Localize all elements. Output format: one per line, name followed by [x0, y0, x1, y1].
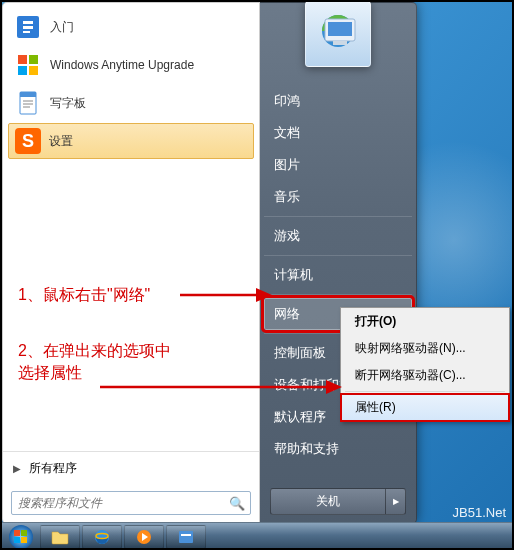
getting-started-icon: [14, 13, 42, 41]
svg-marker-14: [326, 380, 342, 394]
sogou-settings-icon: S: [15, 128, 41, 154]
program-label: 设置: [49, 133, 73, 150]
svg-rect-3: [18, 66, 27, 75]
divider: [264, 216, 412, 217]
svg-rect-1: [18, 55, 27, 64]
triangle-right-icon: ▶: [13, 463, 21, 474]
all-programs-button[interactable]: ▶ 所有程序: [3, 451, 259, 485]
ctx-map-drive[interactable]: 映射网络驱动器(N)...: [341, 335, 509, 362]
help-item[interactable]: 帮助和支持: [264, 433, 412, 465]
taskbar-media-player[interactable]: [124, 525, 164, 549]
ctx-open[interactable]: 打开(O): [341, 308, 509, 335]
taskbar-ie[interactable]: [82, 525, 122, 549]
wordpad-icon: [14, 89, 42, 117]
watermark: JB51.Net: [453, 505, 506, 520]
start-menu-right-panel: 印鸿 文档 图片 音乐 游戏 计算机 网络 控制面板 设备和打印机 默认程序 帮…: [260, 2, 417, 524]
taskbar: [0, 522, 514, 550]
windows-upgrade-icon: [14, 51, 42, 79]
svg-rect-6: [20, 92, 36, 97]
program-wordpad[interactable]: 写字板: [8, 85, 254, 121]
program-label: Windows Anytime Upgrade: [50, 58, 194, 72]
start-button[interactable]: [4, 524, 38, 550]
divider: [345, 391, 505, 392]
computer-item[interactable]: 计算机: [264, 259, 412, 291]
svg-rect-17: [21, 530, 27, 536]
start-menu: 入门 Windows Anytime Upgrade 写字板 S 设置 ▶ 所: [2, 2, 417, 524]
divider: [264, 294, 412, 295]
program-sogou-settings[interactable]: S 设置: [8, 123, 254, 159]
svg-rect-19: [21, 537, 27, 543]
annotation-arrow-1: [178, 284, 273, 306]
annotation-step1: 1、鼠标右击"网络": [18, 284, 150, 306]
start-menu-left-panel: 入门 Windows Anytime Upgrade 写字板 S 设置 ▶ 所: [2, 2, 260, 524]
svg-rect-4: [29, 66, 38, 75]
program-label: 入门: [50, 19, 74, 36]
program-getting-started[interactable]: 入门: [8, 9, 254, 45]
shutdown-area: 关机 ▶: [270, 488, 406, 515]
ctx-disconnect-drive[interactable]: 断开网络驱动器(C)...: [341, 362, 509, 389]
search-box: 🔍: [11, 491, 251, 515]
network-context-menu: 打开(O) 映射网络驱动器(N)... 断开网络驱动器(C)... 属性(R): [340, 307, 510, 422]
taskbar-app[interactable]: [166, 525, 206, 549]
user-name-item[interactable]: 印鸿: [264, 85, 412, 117]
svg-rect-9: [328, 22, 352, 36]
divider: [264, 255, 412, 256]
search-input[interactable]: [11, 491, 251, 515]
shutdown-button[interactable]: 关机: [270, 488, 386, 515]
user-picture[interactable]: [305, 1, 371, 67]
shutdown-menu-arrow[interactable]: ▶: [386, 488, 406, 515]
ctx-properties[interactable]: 属性(R): [341, 394, 509, 421]
svg-rect-18: [14, 537, 20, 543]
svg-rect-24: [179, 531, 193, 543]
pictures-item[interactable]: 图片: [264, 149, 412, 181]
program-label: 写字板: [50, 95, 86, 112]
games-item[interactable]: 游戏: [264, 220, 412, 252]
documents-item[interactable]: 文档: [264, 117, 412, 149]
music-item[interactable]: 音乐: [264, 181, 412, 213]
svg-rect-25: [181, 534, 191, 536]
svg-rect-16: [14, 530, 20, 536]
svg-marker-12: [256, 288, 272, 302]
annotation-step2: 2、在弹出来的选项中 选择属性: [18, 340, 171, 385]
all-programs-label: 所有程序: [29, 460, 77, 477]
svg-rect-10: [333, 41, 347, 45]
svg-rect-2: [29, 55, 38, 64]
program-windows-upgrade[interactable]: Windows Anytime Upgrade: [8, 47, 254, 83]
search-icon: 🔍: [229, 496, 245, 511]
taskbar-explorer[interactable]: [40, 525, 80, 549]
